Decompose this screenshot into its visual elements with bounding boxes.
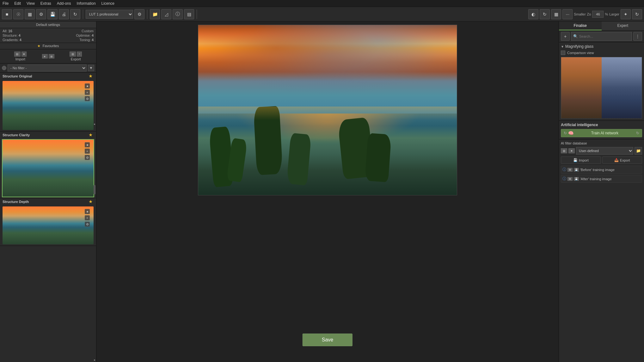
- zoom-slider-track: Smaller Zo 46 % Larger: [574, 11, 619, 18]
- preset-img-clarity: [3, 140, 94, 197]
- search-input[interactable]: [579, 34, 630, 38]
- menu-file[interactable]: File: [3, 1, 9, 6]
- preset-star-clarity[interactable]: ★: [89, 133, 92, 137]
- structure-value: 4: [19, 34, 21, 37]
- save-btn-area: Save: [303, 334, 353, 346]
- all-label: All:: [3, 29, 7, 33]
- mid-icon2: ▦: [49, 54, 54, 58]
- comparison-checkbox[interactable]: [561, 51, 565, 55]
- preset-img-original: [3, 81, 94, 130]
- custom-label[interactable]: Custom: [82, 29, 94, 33]
- print-btn[interactable]: 🖨: [59, 9, 69, 19]
- filter-dropdown-btn[interactable]: ▼: [88, 65, 94, 71]
- fullscreen-btn[interactable]: ◿: [161, 9, 171, 19]
- ai-train-row[interactable]: ↻ 🧠 Train AI network ↻: [561, 129, 642, 137]
- menu-addons[interactable]: Add-ons: [57, 1, 71, 6]
- filter-circle[interactable]: [2, 66, 6, 70]
- ai-db-section: AI filter database ▦ ■ User-defined 📁 💾 …: [559, 139, 644, 186]
- preset-title-original-text: Structure Original: [3, 74, 32, 78]
- preset-plus-btn-clarity[interactable]: +: [85, 149, 90, 154]
- favourites-bar: ★ Favourites: [0, 43, 96, 49]
- preset-thumb-depth[interactable]: ★ + ⚙: [3, 206, 94, 244]
- export-icon1: ▦: [70, 52, 76, 57]
- info-btn[interactable]: ⓘ: [173, 9, 183, 19]
- preset-thumb-clarity[interactable]: ★ + ⚙: [3, 140, 94, 197]
- star-icon: ★: [37, 44, 40, 48]
- zoom-more-btn[interactable]: ∙∙∙: [562, 9, 573, 19]
- lut-select[interactable]: LUT 1 professional: [86, 10, 133, 19]
- preset-thumb-original[interactable]: ★ + ⚙: [3, 81, 94, 130]
- all-value: 16: [8, 29, 12, 33]
- zoom-refresh-btn[interactable]: ↻: [540, 9, 550, 19]
- tab-expert[interactable]: Expert: [602, 21, 644, 30]
- preset-group-title-depth: Structure Depth ★: [0, 198, 96, 205]
- rt-share-btn[interactable]: ⋮: [633, 32, 642, 41]
- preset-title-depth-text: Structure Depth: [3, 200, 29, 204]
- menu-extras[interactable]: Extras: [40, 1, 51, 6]
- camera-btn[interactable]: ☉: [13, 9, 23, 19]
- gradients-label: Gradients:: [3, 38, 19, 42]
- toolbar: ■ ☉ ▦ ⚙ 💾 🖨 ↻ LUT 1 professional ⚙ 📁 ◿ ⓘ…: [0, 7, 644, 21]
- save-file-btn[interactable]: 💾: [47, 9, 58, 19]
- preset-star-btn-clarity[interactable]: ★: [85, 142, 90, 147]
- left-scroll-dot-bottom: [94, 359, 95, 361]
- after-info-icon[interactable]: ⓘ: [562, 176, 566, 181]
- import-icon-row: ▦ ■: [14, 52, 27, 57]
- before-label: 'Before' training image: [580, 168, 641, 172]
- preset-plus-btn-depth[interactable]: +: [85, 215, 90, 220]
- tab-finalise[interactable]: Finalise: [559, 21, 602, 30]
- ai-import-label: Import: [579, 158, 589, 162]
- settings-btn[interactable]: ⚙: [36, 9, 46, 19]
- preset-star-depth[interactable]: ★: [89, 199, 92, 204]
- rotate-btn[interactable]: ↻: [632, 9, 642, 19]
- new-btn[interactable]: ■: [2, 9, 12, 19]
- open-btn[interactable]: 📁: [150, 9, 160, 19]
- zoom-label: Zo: [587, 12, 591, 16]
- preset-star-btn-original[interactable]: ★: [85, 83, 90, 89]
- export-icon-row: ▦ +: [70, 52, 82, 57]
- preset-plus-btn-original[interactable]: +: [85, 90, 90, 95]
- zoom-percent: %: [605, 12, 608, 16]
- preset-star-original[interactable]: ★: [89, 74, 92, 78]
- export-btn[interactable]: ▦ + Export: [57, 51, 95, 62]
- rt-search[interactable]: 🔍: [571, 32, 632, 41]
- menu-view[interactable]: View: [27, 1, 35, 6]
- ai-right-btn[interactable]: ↻: [636, 131, 639, 135]
- preset-settings-btn-depth[interactable]: ⚙: [85, 222, 90, 227]
- zoom-circle-btn[interactable]: ◐: [528, 9, 538, 19]
- rt-plus-btn[interactable]: +: [561, 32, 570, 41]
- redo-btn[interactable]: ↻: [70, 9, 80, 19]
- mid-icon-row: ■ ▦: [42, 54, 54, 58]
- copy-btn[interactable]: ▦: [25, 9, 35, 19]
- toning-label: Toning:: [79, 38, 90, 42]
- chart-btn[interactable]: ▤: [184, 9, 194, 19]
- filter-select[interactable]: - No filter -: [8, 64, 87, 71]
- middle-icons: ■ ▦: [42, 51, 54, 62]
- zoom-histogram-btn[interactable]: ▦: [551, 9, 561, 19]
- filter-bar: - No filter - ▼: [0, 64, 96, 73]
- ai-left-btn[interactable]: ↻: [564, 131, 567, 135]
- main-image: [198, 25, 457, 195]
- zoom-larger-label: Larger: [609, 12, 619, 16]
- import-btn[interactable]: ▦ ■ Import: [1, 51, 40, 62]
- preset-settings-btn-clarity[interactable]: ⚙: [85, 155, 90, 160]
- ai-folder-btn[interactable]: 📁: [635, 147, 642, 155]
- main-sunset-scene: [198, 25, 457, 195]
- import-export-bar: ▦ ■ Import ■ ▦ ▦ + Export: [0, 49, 96, 64]
- main-content: Default settings All: 16 Custom Structur…: [0, 21, 644, 362]
- menu-information[interactable]: Information: [77, 1, 96, 6]
- preset-controls-depth: ★ + ⚙: [85, 209, 90, 227]
- preset-star-btn-depth[interactable]: ★: [85, 209, 90, 214]
- ai-export-btn[interactable]: 📥 Export: [602, 156, 642, 164]
- presets-list: Structure Original ★ ★ + ⚙ Structure Cla…: [0, 73, 96, 362]
- ai-import-btn[interactable]: 💾 Import: [561, 156, 601, 164]
- menu-edit[interactable]: Edit: [14, 1, 21, 6]
- ai-db-select[interactable]: User-defined: [576, 147, 633, 155]
- preset-settings-btn-original[interactable]: ⚙: [85, 96, 90, 101]
- menu-licence[interactable]: Licence: [101, 1, 114, 6]
- right-toolbar: + 🔍 ⋮: [559, 31, 644, 42]
- save-button[interactable]: Save: [303, 334, 353, 346]
- before-info-icon[interactable]: ⓘ: [562, 167, 566, 172]
- lut-settings-btn[interactable]: ⚙: [134, 9, 144, 19]
- zoom-fit-btn[interactable]: ✦: [621, 9, 631, 19]
